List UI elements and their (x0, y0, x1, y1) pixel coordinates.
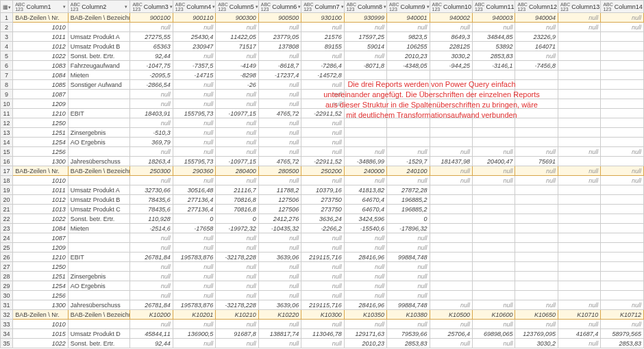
cell[interactable]: null (601, 13, 644, 23)
cell[interactable]: -2266,2 (301, 224, 344, 233)
cell[interactable]: 11788,2 (258, 185, 301, 195)
cell[interactable] (601, 233, 644, 243)
cell[interactable]: -8071,8 (344, 61, 386, 70)
cell[interactable]: null (301, 23, 344, 32)
cell[interactable] (473, 99, 515, 109)
table-row[interactable]: 241087nullnullnullnullnullnullnull (1, 233, 644, 243)
cell[interactable]: 1087 (13, 90, 69, 99)
cell[interactable]: 290360 (173, 166, 215, 176)
cell[interactable]: 23779,05 (258, 32, 301, 42)
cell[interactable] (558, 99, 600, 109)
cell[interactable]: 27275,55 (130, 32, 173, 42)
cell[interactable]: null (473, 147, 515, 157)
row-number[interactable]: 5 (1, 51, 13, 61)
cell[interactable] (68, 243, 130, 253)
cell[interactable]: null (216, 281, 258, 291)
cell[interactable]: 940002 (430, 13, 472, 23)
cell[interactable] (473, 109, 515, 118)
cell[interactable] (601, 262, 644, 272)
cell[interactable]: null (558, 166, 600, 176)
cell[interactable]: K10210 (216, 310, 258, 320)
cell[interactable] (515, 99, 558, 109)
cell[interactable] (601, 90, 644, 99)
cell[interactable] (558, 253, 600, 262)
cell[interactable]: 900300 (216, 13, 258, 23)
cell[interactable]: null (216, 320, 258, 329)
cell[interactable]: 113046,78 (301, 329, 344, 339)
table-row[interactable]: 111210EBIT18403,91155795,73-10977,154765… (1, 109, 644, 118)
cell[interactable]: null (258, 99, 301, 109)
table-row[interactable]: 341015Umsatz Produkt D45844,11136900,591… (1, 329, 644, 339)
row-number[interactable]: 8 (1, 80, 13, 90)
cell[interactable]: -34886,99 (344, 157, 386, 166)
cell[interactable]: null (216, 176, 258, 185)
cell[interactable] (473, 224, 515, 233)
cell[interactable]: 940003 (473, 13, 515, 23)
cell[interactable]: 30516,48 (173, 185, 215, 195)
cell[interactable]: null (515, 320, 558, 329)
cell[interactable]: null (387, 233, 430, 243)
cell[interactable]: 65363 (130, 42, 173, 51)
cell[interactable]: 900100 (130, 13, 173, 23)
cell[interactable]: null (130, 23, 173, 32)
cell[interactable]: 9823,5 (387, 32, 430, 42)
cell[interactable]: null (473, 166, 515, 176)
cell[interactable]: AO Ergebnis (68, 138, 130, 147)
cell[interactable]: 196885,2 (387, 195, 430, 205)
cell[interactable]: null (515, 23, 558, 32)
dropdown-icon[interactable]: ▾ (63, 4, 66, 10)
cell[interactable]: 1010 (13, 176, 69, 185)
cell[interactable]: 99884,748 (387, 253, 430, 262)
cell[interactable]: null (387, 320, 430, 329)
cell[interactable] (68, 233, 130, 243)
cell[interactable]: null (601, 166, 644, 176)
cell[interactable]: 930999 (344, 13, 386, 23)
cell[interactable] (601, 61, 644, 70)
row-number[interactable]: 17 (1, 166, 13, 176)
cell[interactable]: null (473, 176, 515, 185)
cell[interactable]: 2010,23 (387, 51, 430, 61)
cell[interactable]: 28416,96 (344, 253, 386, 262)
cell[interactable] (430, 224, 472, 233)
cell[interactable]: -32178,228 (216, 253, 258, 262)
cell[interactable] (430, 138, 472, 147)
cell[interactable]: null (216, 291, 258, 300)
cell[interactable]: null (601, 147, 644, 157)
cell[interactable] (601, 109, 644, 118)
cell[interactable] (430, 109, 472, 118)
cell[interactable]: 59014 (344, 42, 386, 51)
cell[interactable]: 181437,98 (430, 157, 472, 166)
cell[interactable] (515, 243, 558, 253)
cell[interactable]: 3424,596 (344, 214, 386, 224)
cell[interactable] (601, 205, 644, 214)
cell[interactable]: 127506 (258, 195, 301, 205)
table-row[interactable]: 161300Jahresüberschuss18263,4155795,73-1… (1, 157, 644, 166)
row-number[interactable]: 15 (1, 147, 13, 157)
row-number[interactable]: 28 (1, 272, 13, 281)
cell[interactable]: 23226,9 (515, 32, 558, 42)
cell[interactable]: 4765,72 (258, 157, 301, 166)
cell[interactable]: K10380 (387, 310, 430, 320)
cell[interactable]: 70816,8 (216, 195, 258, 205)
cell[interactable] (430, 291, 472, 300)
cell[interactable]: 1084 (13, 70, 69, 80)
cell[interactable]: -2866,54 (130, 80, 173, 90)
cell[interactable]: 0 (173, 214, 215, 224)
cell[interactable]: BAB-Zeilen \ Bezeichnung kurz (68, 13, 130, 23)
row-number[interactable]: 31 (1, 300, 13, 310)
cell[interactable]: Mieten (68, 70, 130, 80)
cell[interactable]: null (173, 262, 215, 272)
cell[interactable]: 45844,11 (130, 329, 173, 339)
cell[interactable]: null (515, 300, 558, 310)
cell[interactable]: null (216, 147, 258, 157)
cell[interactable]: null (601, 300, 644, 310)
cell[interactable]: BAB-Zeilen \ Bezeichnung kurz (68, 166, 130, 176)
cell[interactable]: null (130, 262, 173, 272)
cell[interactable]: null (601, 176, 644, 185)
corner-cell[interactable]: ▦▾ (1, 1, 13, 13)
cell[interactable]: 69898,065 (473, 329, 515, 339)
cell[interactable] (515, 253, 558, 262)
cell[interactable]: null (216, 262, 258, 272)
cell[interactable]: 71517 (216, 42, 258, 51)
cell[interactable]: null (387, 272, 430, 281)
